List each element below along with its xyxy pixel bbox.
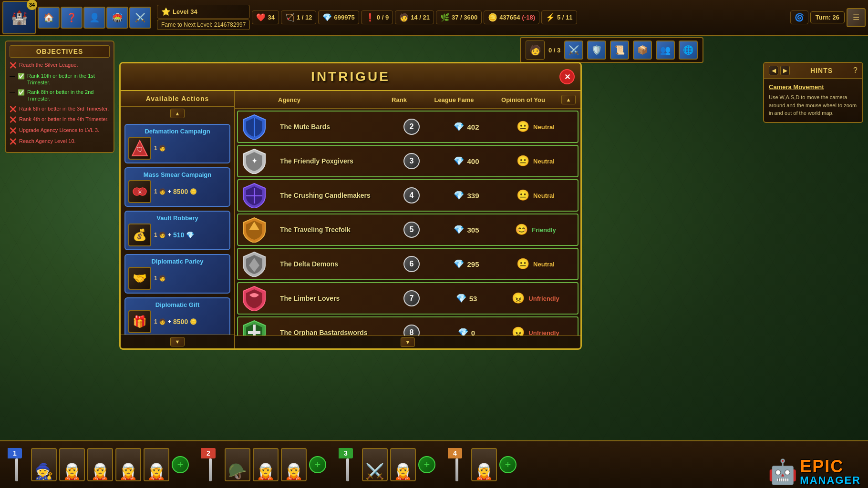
agency-scroll-up[interactable]: ▲: [561, 95, 576, 104]
actions-scroll-down[interactable]: ▼: [170, 337, 185, 346]
objectives-title: OBJECTIVES: [10, 45, 110, 58]
equipment-button[interactable]: ⚔️: [129, 7, 151, 29]
intrigue-btn-2[interactable]: 🛡️: [587, 41, 606, 60]
fame-gem-icon: 💎: [454, 190, 464, 201]
obj-separator: —: [10, 73, 15, 81]
actions-scroll-up[interactable]: ▲: [170, 109, 185, 118]
hero-portrait-3a[interactable]: ⚔️: [362, 448, 388, 481]
hero-portrait-4a[interactable]: 🧝: [471, 448, 497, 481]
hero-portrait-1d[interactable]: 🧝: [115, 448, 141, 481]
action-smear[interactable]: Mass Smear Campaign ⚔ 1 🧑 +: [124, 167, 230, 207]
hero-portrait-2c[interactable]: 🧝: [281, 448, 307, 481]
intrigue-btn-5[interactable]: 👥: [656, 41, 675, 60]
menu-button[interactable]: ☰: [847, 8, 866, 27]
quest-button[interactable]: ❓: [61, 7, 83, 29]
agency-row-mute-bards[interactable]: The Mute Bards 2 💎 402 😐 Neutral: [237, 111, 579, 143]
action-vault-title: Vault Robbery: [128, 214, 227, 222]
flag-3-pole: [346, 458, 349, 481]
home-button[interactable]: 🏠: [38, 7, 60, 29]
agency-scroll-down[interactable]: ▼: [401, 337, 415, 347]
action-gift-title: Diplomatic Gift: [128, 301, 227, 308]
fame-gem-icon: 💎: [458, 327, 468, 336]
limber-lovers-opinion: 😠 Unfriendly: [497, 292, 574, 305]
limber-lovers-shield: [242, 286, 267, 311]
agency-row-poxgivers[interactable]: ✦ The Friendly Poxgivers 3 💎 400 😐 Neutr…: [237, 145, 579, 177]
agency-row-limber-lovers[interactable]: The Limber Lovers 7 💎 53 😠 Unfriendly: [237, 282, 579, 315]
guild-emblem[interactable]: 🏰 34: [2, 1, 36, 34]
hero-portrait-1a[interactable]: 🧙: [31, 448, 57, 481]
hero-portrait-2b[interactable]: 🧝: [253, 448, 279, 481]
candlemakers-shield: [242, 183, 267, 208]
intrigue-btn-6[interactable]: 🌐: [679, 41, 698, 60]
objective-text: Rank 6th or better in the 3rd Trimester.: [19, 105, 109, 112]
objectives-panel: OBJECTIVES ❌ Reach the Silver League. — …: [5, 41, 114, 153]
intrigue-dialog: INTRIGUE ✕ Available Actions ▲ Defamatio…: [119, 62, 582, 350]
hints-help-icon[interactable]: ?: [853, 66, 858, 75]
intrigue-btn-4[interactable]: 📦: [633, 41, 652, 60]
hero-portrait-3b[interactable]: 🧝: [390, 448, 416, 481]
resources-icon: 🌿: [440, 13, 450, 22]
action-parley[interactable]: Diplomatic Parley 🤝 1 🧑: [124, 254, 230, 294]
arrows-icon: 🏹: [285, 13, 295, 22]
action-vault[interactable]: Vault Robbery 💰 1 🧑 + 510 💎: [124, 211, 230, 250]
fame-gem-icon: 💎: [454, 156, 464, 166]
team-1-flag: 1: [5, 448, 29, 481]
hero-portrait-2a[interactable]: 🪖: [225, 448, 250, 481]
treefolk-fame: 💎 305: [435, 224, 497, 235]
agency-row-candlemakers[interactable]: The Crushing Candlemakers 4 💎 339 😐 Neut…: [237, 179, 579, 212]
hints-content: Camera Movement Use W,A,S,D to move the …: [764, 79, 862, 122]
fame-gem-icon: 💎: [454, 224, 464, 235]
action-defamation[interactable]: Defamation Campaign 🛡 1 🧑: [124, 124, 230, 163]
gift-icon: 🎁: [128, 310, 151, 333]
arena-button[interactable]: 🏟️: [106, 7, 128, 29]
action-defamation-cost: 1 🧑: [154, 145, 166, 152]
add-hero-1-button[interactable]: +: [172, 456, 189, 473]
objective-item: ❌ Rank 4th or better in the 4th Trimeste…: [10, 116, 110, 124]
fame-bar: Fame to Next Level: 2146782997: [157, 20, 250, 30]
level-icon: ⭐: [161, 7, 171, 16]
candlemakers-rank: 4: [388, 187, 435, 203]
agency-row-treefolk[interactable]: The Traveling Treefolk 5 💎 305 😊 Friendl…: [237, 214, 579, 246]
objective-item: ❌ Rank 6th or better in the 3rd Trimeste…: [10, 105, 110, 113]
close-button[interactable]: ✕: [559, 69, 575, 84]
dialog-body: Available Actions ▲ Defamation Campaign …: [121, 91, 580, 348]
actions-nav-bottom: ▼: [121, 335, 234, 348]
quests-stat: ❗ 0 / 9: [361, 10, 393, 24]
hints-header: ◀ ▶ HINTS ?: [764, 63, 862, 79]
hero-portrait-1b[interactable]: 🧝: [59, 448, 85, 481]
intrigue-btn-3[interactable]: 📜: [610, 41, 629, 60]
arrows-stat: 🏹 1 / 12: [281, 10, 317, 24]
hud-right: 🌀 Turn: 26 ☰: [790, 8, 866, 27]
delta-demons-opinion: 😐 Neutral: [497, 258, 574, 270]
orphan-bastardswords-shield: [242, 320, 267, 336]
hp-icon: ❤️: [256, 13, 266, 22]
action-card-inner: 🛡 1 🧑: [128, 137, 227, 160]
agency-row-orphan-bastardswords[interactable]: The Orphan Bastardswords 8 💎 0 😠 Unfrien…: [237, 316, 579, 336]
heroes-button[interactable]: 👤: [83, 7, 105, 29]
orphan-bastardswords-fame: 💎 0: [435, 327, 497, 336]
agency-row-delta-demons[interactable]: The Delta Demons 6 💎 295 😐 Neutral: [237, 248, 579, 280]
dialog-title: INTRIGUE: [311, 69, 390, 84]
candlemakers-opinion: 😐 Neutral: [497, 189, 574, 202]
logo-manager: MANAGER: [800, 475, 861, 486]
actions-header: Available Actions: [121, 91, 234, 107]
hero-portrait-1c[interactable]: 🧝: [87, 448, 113, 481]
add-hero-4-button[interactable]: +: [499, 456, 517, 473]
col-header-nav: ▲: [561, 95, 576, 104]
action-parley-cost: 1 🧑: [154, 275, 166, 282]
hints-prev-button[interactable]: ◀: [769, 66, 778, 75]
energy-stat: ⚡ 5 / 11: [541, 10, 577, 24]
actions-nav-top: ▲: [121, 107, 234, 120]
obj-fail-icon: ❌: [10, 116, 17, 124]
obj-fail-icon: ❌: [10, 127, 17, 135]
add-hero-3-button[interactable]: +: [418, 456, 435, 473]
hints-next-button[interactable]: ▶: [780, 66, 790, 75]
intrigue-btn-1[interactable]: ⚔️: [564, 41, 583, 60]
col-header-opinion: Opinion of You: [485, 96, 561, 103]
turn-counter: Turn: 26: [810, 11, 845, 23]
agents-icon: 🧑: [399, 13, 409, 22]
add-hero-2-button[interactable]: +: [309, 456, 326, 473]
hero-portrait-1e[interactable]: 🧝: [144, 448, 169, 481]
action-gift[interactable]: Diplomatic Gift 🎁 1 🧑 + 8500 🪙: [124, 297, 230, 335]
hints-subtitle: Camera Movement: [769, 83, 858, 91]
